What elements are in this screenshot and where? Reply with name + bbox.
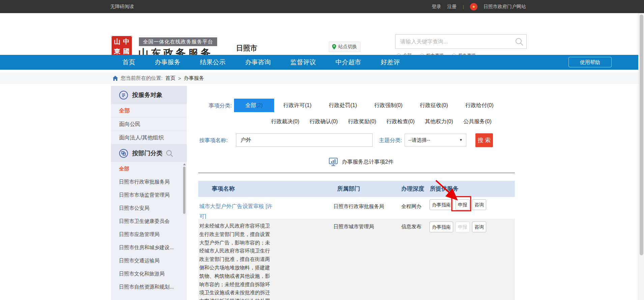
tab-count: (0): [446, 119, 453, 124]
item-name-text[interactable]: 对未经城市人民政府市容环境卫生行政主管部门同意，擅自设置大型户外广告，影响市容的…: [199, 222, 272, 300]
nav-item-rating[interactable]: 好差评: [381, 58, 400, 67]
breadcrumb-current: 办事服务: [184, 75, 204, 81]
service-target-all[interactable]: 全部: [111, 104, 187, 118]
department-icon: [119, 149, 128, 158]
tab-count: (0): [487, 102, 494, 108]
tab-xingzheng-caijue[interactable]: 行政裁决(0): [266, 115, 304, 128]
service-target-icon: [119, 91, 128, 100]
help-button[interactable]: 使用帮助: [568, 57, 612, 67]
tab-gonggong-fuwu[interactable]: 公共服务(0): [459, 115, 496, 128]
tab-count: (0): [293, 119, 299, 124]
category-tabs-row1: 全部(2) 行政许可(1) 行政处罚(1) 行政强制(0) 行政征收(0) 行政…: [234, 99, 502, 112]
department-item[interactable]: 日照市住房和城乡建设...: [111, 241, 187, 254]
nav-item-services[interactable]: 办事服务: [155, 58, 180, 67]
nav-item-intermediary[interactable]: 中介超市: [335, 58, 361, 67]
accessibility-link[interactable]: 无障碍阅读: [110, 4, 134, 10]
department-item[interactable]: 日照市文化和旅游局: [111, 267, 187, 280]
tab-count: (0): [370, 119, 376, 124]
search-button[interactable]: 搜 索: [475, 133, 493, 147]
tab-label: 其他权力: [425, 119, 446, 124]
tab-label: 行政裁决: [271, 119, 293, 124]
topic-select[interactable]: --请选择-- ▼: [405, 134, 466, 146]
apply-button[interactable]: 申报: [456, 199, 470, 210]
tab-label: 行政检查: [386, 119, 408, 124]
tab-count: (0): [441, 102, 448, 108]
search-icon[interactable]: [515, 37, 524, 46]
nav-item-home[interactable]: 首页: [122, 58, 135, 67]
breadcrumb: 您当前所在的位置: 首页 > 办事服务: [113, 72, 204, 84]
tab-label: 行政许可: [283, 102, 305, 108]
row-department: 日照市行政审批服务局: [333, 203, 384, 210]
tab-xingzheng-xuke[interactable]: 行政许可(1): [275, 99, 320, 112]
site-switch-label: 站点切换: [338, 44, 357, 50]
tab-label: 行政奖励: [348, 119, 370, 124]
site-header: 山 中 東 國 全国一体化在线政务服务平台 山东政务服务 日照市 站点切换 全: [0, 13, 638, 55]
register-link[interactable]: 注册: [447, 4, 457, 10]
seal-char: 中: [123, 37, 129, 46]
sidebar-scrollbar-thumb[interactable]: [183, 167, 185, 214]
tab-all[interactable]: 全部(2): [234, 99, 274, 112]
item-name-input[interactable]: [236, 133, 373, 147]
topic-label: 主题分类:: [379, 137, 402, 144]
tab-xingzheng-jiangli[interactable]: 行政奖励(0): [343, 115, 381, 128]
tab-xingzheng-chufa[interactable]: 行政处罚(1): [321, 99, 365, 112]
item-name-label: 按事项名称:: [199, 137, 228, 144]
col-department: 所属部门: [337, 181, 360, 197]
national-emblem-icon: ★: [470, 3, 477, 10]
topic-select-value: --请选择--: [408, 137, 430, 143]
window-scrollbar-thumb[interactable]: [640, 14, 643, 255]
department-list: 全部 日照市行政审批服务局 日照市市场监督管理局 日照市公安局 日照市卫生健康委…: [111, 162, 187, 293]
sidebar-scrollbar[interactable]: [183, 163, 186, 297]
page: 无障碍阅读 登录 注册 | ★ 日照市政府门户网站 山 中 東 國 全国一体化在…: [0, 0, 644, 300]
nav-item-results[interactable]: 结果公示: [200, 58, 226, 67]
item-name-link[interactable]: 城市大型户外广告设置审核 [许可]: [199, 201, 277, 222]
department-item-all[interactable]: 全部: [111, 162, 187, 175]
department-item[interactable]: 日照市应急管理局: [111, 228, 187, 241]
nav-item-supervision[interactable]: 监督评议: [290, 58, 316, 67]
portal-link[interactable]: 日照市政府门户网站: [484, 4, 526, 10]
department-item[interactable]: 日照市公安局: [111, 201, 187, 214]
content-divider: [198, 173, 515, 173]
tab-label: 全部: [245, 102, 256, 108]
login-link[interactable]: 登录: [432, 4, 441, 10]
department-item[interactable]: 日照市行政审批服务局: [111, 175, 187, 188]
tab-count: (2): [256, 102, 263, 108]
tab-xingzheng-queren[interactable]: 行政确认(0): [305, 115, 343, 128]
summary-row: 办事服务总计事项2件: [329, 158, 393, 166]
item-name-text: 城市大型户外广告设置审核: [199, 203, 264, 209]
keyword-search-input[interactable]: [396, 35, 514, 48]
main-nav: 首页 办事服务 结果公示 办事咨询 监督评议 中介超市 好差评 使用帮助: [0, 55, 638, 70]
col-depth: 办理深度: [401, 181, 424, 197]
department-item[interactable]: 日照市交通运输局: [111, 254, 187, 267]
consult-button[interactable]: 咨询: [472, 199, 486, 210]
tab-xingzheng-jiancha[interactable]: 行政检查(0): [382, 115, 419, 128]
department-item[interactable]: 日照市自然资源和规划...: [111, 280, 187, 293]
category-tabs-row2: 行政裁决(0) 行政确认(0) 行政奖励(0) 行政检查(0) 其他权力(0) …: [266, 115, 496, 128]
department-item[interactable]: 日照市市场监督管理局: [111, 188, 187, 201]
service-target-legal[interactable]: 面向法人/其他组织: [111, 131, 187, 144]
table-header: 事项名称 所属部门 办理深度 所提供服务: [198, 181, 515, 197]
tab-xingzheng-zhengshou[interactable]: 行政征收(0): [412, 99, 456, 112]
service-target-citizen[interactable]: 面向公民: [111, 118, 187, 131]
scroll-up-arrow-icon[interactable]: [183, 163, 186, 165]
stats-monitor-icon: [329, 158, 338, 166]
department-header: 按部门分类: [111, 144, 187, 162]
guide-button[interactable]: 办事指南: [430, 222, 453, 232]
tab-xingzheng-qiangzhi[interactable]: 行政强制(0): [366, 99, 411, 112]
tab-qita-quanli[interactable]: 其他权力(0): [420, 115, 458, 128]
top-utility-bar: 无障碍阅读 登录 注册 | ★ 日照市政府门户网站: [0, 0, 644, 13]
guide-button[interactable]: 办事指南: [430, 199, 453, 210]
department-search-icon[interactable]: [166, 150, 173, 157]
tab-count: (1): [350, 102, 357, 108]
tab-count: (0): [396, 102, 403, 108]
site-switch-button[interactable]: 站点切换: [329, 42, 360, 52]
breadcrumb-home-link[interactable]: 首页: [165, 75, 175, 81]
window-scrollbar[interactable]: [638, 13, 644, 300]
department-item[interactable]: 日照市卫生健康委员会: [111, 214, 187, 228]
summary-text: 办事服务总计事项2件: [342, 159, 393, 166]
tab-count: (0): [485, 119, 492, 124]
nav-item-consult[interactable]: 办事咨询: [245, 58, 271, 67]
table-row: 对未经城市人民政府市容环境卫生行政主管部门同意，擅自设置大型户外广告，影响市容的…: [198, 219, 515, 300]
tab-xingzheng-jifu[interactable]: 行政给付(0): [457, 99, 502, 112]
consult-button[interactable]: 咨询: [472, 222, 486, 232]
